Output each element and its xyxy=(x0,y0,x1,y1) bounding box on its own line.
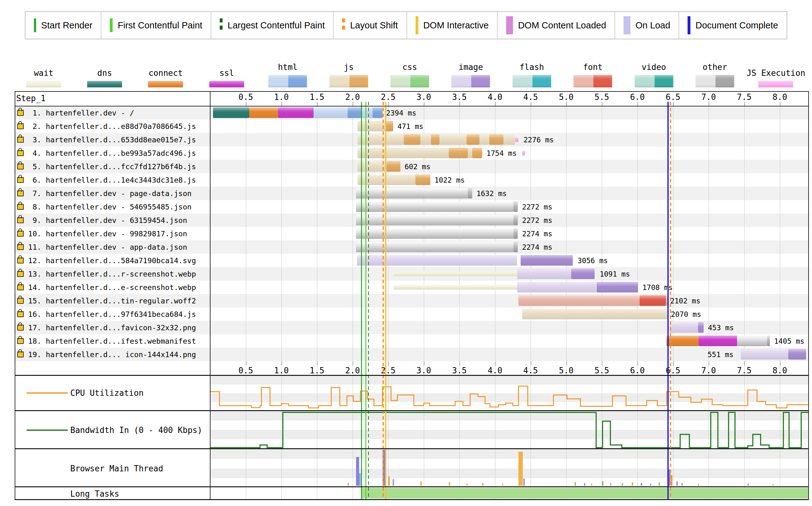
waterfall-bar-connect[interactable] xyxy=(249,107,278,118)
request-row-label[interactable]: 1. hartenfeller.dev - / xyxy=(28,109,134,117)
request-row-label[interactable]: 4. hartenfeller.d...be993a57adc496.js xyxy=(28,149,196,158)
waterfall-bar-img_l[interactable] xyxy=(517,282,597,292)
waterfall-bar-js_l[interactable] xyxy=(504,134,515,145)
waterfall-bar-wait[interactable] xyxy=(394,271,517,276)
waterfall-bar-js_d[interactable] xyxy=(490,134,504,145)
table-border xyxy=(15,106,809,106)
axis-tick-label: 6.0 xyxy=(630,366,645,375)
legend-item-first-contentful-paint: First Contentful Paint xyxy=(101,12,211,39)
waterfall-bar-img_l[interactable] xyxy=(357,255,517,266)
waterfall-bar-html_l[interactable] xyxy=(313,107,348,118)
waterfall-bar-other_d[interactable] xyxy=(468,188,472,198)
waterfall-bar-img_d[interactable] xyxy=(788,349,806,360)
axis-tick xyxy=(424,361,425,365)
waterfall-bar-jsx[interactable] xyxy=(515,137,518,142)
waterfall-bar-other_d[interactable] xyxy=(513,215,518,225)
waterfall-bar-img_d[interactable] xyxy=(597,282,638,292)
request-row-label[interactable]: 8. hartenfeller.dev - 546955485.json xyxy=(28,202,192,211)
axis-tick-label: 4.5 xyxy=(523,92,538,102)
waterfall-bar-html_d[interactable] xyxy=(348,107,361,118)
waterfall-bar-img_d[interactable] xyxy=(698,322,704,333)
largest-contentful-paint-marker-icon xyxy=(220,18,223,32)
waterfall-bar-other[interactable] xyxy=(737,336,767,346)
table-border xyxy=(15,375,809,376)
waterfall-bar-other_d[interactable] xyxy=(513,201,518,212)
waterfall-bar-js_d[interactable] xyxy=(472,148,482,158)
css-swatch xyxy=(390,75,429,87)
waterfall-bar-other[interactable] xyxy=(356,242,513,252)
waterfall-bar-other_d[interactable] xyxy=(513,228,518,239)
waterfall-bar-img_d[interactable] xyxy=(521,255,573,266)
request-row-label[interactable]: 10. hartenfeller.dev - 99829817.json xyxy=(28,230,187,238)
waterfall-bar-connect[interactable] xyxy=(666,336,698,346)
waterfall-bar-js_l[interactable] xyxy=(420,134,431,145)
waterfall-bar-js_d[interactable] xyxy=(387,161,400,172)
waterfall-bar-js_l[interactable] xyxy=(479,134,490,145)
waterfall-bar-js_d[interactable] xyxy=(431,134,439,145)
waterfall-bar-js_d[interactable] xyxy=(415,174,430,185)
waterfall-bar-html_l[interactable] xyxy=(361,107,372,118)
waterfall-bar-img_l[interactable] xyxy=(741,349,789,360)
axis-tick xyxy=(566,361,567,365)
waterfall-bar-other_d[interactable] xyxy=(767,336,770,346)
waterfall-bar-ssl[interactable] xyxy=(698,336,737,346)
request-duration-label: 2274 ms xyxy=(522,230,552,238)
waterfall-bar-other[interactable] xyxy=(356,188,468,198)
request-row-label[interactable]: 13. hartenfeller.d...r-screenshot.webp xyxy=(28,270,196,278)
waterfall-bar-js_l[interactable] xyxy=(358,148,449,158)
request-row-label[interactable]: 12. hartenfeller.d...584a7190bca14.svg xyxy=(28,256,196,265)
axis-tick-label: 1.5 xyxy=(310,366,324,375)
js-swatch xyxy=(329,75,368,87)
waterfall-bar-img_l[interactable] xyxy=(670,322,698,333)
main-thread-spike xyxy=(610,483,611,486)
waterfall-bar-wait[interactable] xyxy=(394,285,517,290)
waterfall-bar-js_l[interactable] xyxy=(468,148,472,158)
other-swatch xyxy=(695,75,734,87)
waterfall-bar-other_d[interactable] xyxy=(513,242,518,252)
request-row-label[interactable]: 11. hartenfeller.dev - app-data.json xyxy=(28,243,187,252)
waterfall-bar-js_d[interactable] xyxy=(386,121,393,132)
lock-icon xyxy=(17,351,24,357)
axis-tick xyxy=(638,361,638,365)
waterfall-bar-js_l[interactable] xyxy=(358,134,404,145)
waterfall-bar-html_d[interactable] xyxy=(373,107,383,118)
waterfall-bar-js_d[interactable] xyxy=(404,134,420,145)
request-duration-label: 2272 ms xyxy=(522,216,552,225)
waterfall-bar-js_l[interactable] xyxy=(439,134,466,145)
request-row-label[interactable]: 9. hartenfeller.dev - 63159454.json xyxy=(28,216,187,225)
waterfall-bar-js_l[interactable] xyxy=(522,309,668,319)
waterfall-bar-img_l[interactable] xyxy=(517,268,571,279)
waterfall-bar-other[interactable] xyxy=(356,215,513,225)
request-row-label[interactable]: 19. hartenfeller.d... icon-144x144.png xyxy=(28,350,196,359)
event-line-layout-shift xyxy=(383,102,384,499)
request-row-label[interactable]: 17. hartenfeller.d...favicon-32x32.png xyxy=(28,323,196,332)
request-row-label[interactable]: 6. hartenfeller.d...1e4c3443dc31e8.js xyxy=(28,176,196,184)
event-line-start-render xyxy=(361,102,362,499)
table-border xyxy=(15,410,809,411)
table-border xyxy=(210,91,211,499)
request-row-label[interactable]: 3. hartenfeller.d...653dd8eae015e7.js xyxy=(28,136,196,144)
waterfall-bar-other[interactable] xyxy=(356,228,513,239)
request-row-label[interactable]: 2. hartenfeller.d...e88d70a7086645.js xyxy=(28,122,196,131)
request-row-label[interactable]: 7. hartenfeller.dev - page-data.json xyxy=(28,189,192,198)
waterfall-bar-dns[interactable] xyxy=(213,107,249,118)
request-row-label[interactable]: 15. hartenfeller.d...tin-regular.woff2 xyxy=(28,297,196,305)
waterfall-bar-img_d[interactable] xyxy=(571,268,595,279)
request-row-label[interactable]: 18. hartenfeller.d...ifest.webmanifest xyxy=(28,337,196,346)
waterfall-bar-ssl[interactable] xyxy=(278,107,313,118)
axis-tick xyxy=(744,102,745,106)
lock-icon xyxy=(17,164,24,169)
request-row-label[interactable]: 5. hartenfeller.d...fcc7fd127b6f4b.js xyxy=(28,162,196,171)
waterfall-bar-font_l[interactable] xyxy=(518,295,640,306)
axis-tick xyxy=(531,102,531,106)
axis-tick-label: 3.0 xyxy=(417,366,431,375)
waterfall-bar-other[interactable] xyxy=(356,201,513,212)
request-row-label[interactable]: 14. hartenfeller.d...e-screenshot.webp xyxy=(28,283,196,292)
waterfall-bar-js_d[interactable] xyxy=(466,134,479,145)
resource-legend-label: js xyxy=(344,63,354,72)
waterfall-bar-js_d[interactable] xyxy=(449,148,468,158)
axis-tick xyxy=(388,361,389,365)
waterfall-bar-font_d[interactable] xyxy=(640,295,666,306)
request-row-label[interactable]: 16. hartenfeller.d...97f6341beca684.js xyxy=(28,310,196,319)
waterfall-bar-jsx[interactable] xyxy=(522,151,525,156)
